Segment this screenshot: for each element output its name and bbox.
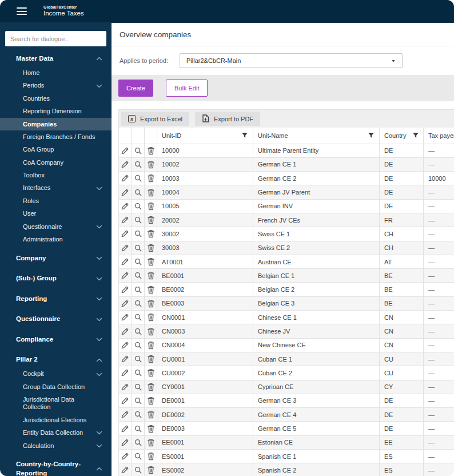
sidebar-item-group-data-collection[interactable]: Group Data Collection: [0, 380, 111, 393]
edit-button[interactable]: [121, 243, 129, 252]
edit-button[interactable]: [121, 187, 129, 197]
sidebar-section-compliance[interactable]: Compliance: [0, 331, 111, 348]
delete-button[interactable]: [147, 409, 155, 419]
edit-button[interactable]: [121, 298, 129, 308]
edit-button[interactable]: [121, 270, 129, 280]
delete-button[interactable]: [147, 451, 155, 461]
edit-button[interactable]: [121, 284, 129, 294]
delete-button[interactable]: [147, 382, 155, 391]
sidebar-item-reporting-dimension[interactable]: Reporting Dimension: [0, 105, 111, 118]
view-button[interactable]: [134, 284, 142, 294]
view-button[interactable]: [134, 173, 142, 183]
delete-button[interactable]: [147, 437, 155, 447]
edit-button[interactable]: [121, 145, 129, 155]
sidebar-section-questionnaire[interactable]: Questionnaire: [0, 311, 111, 327]
sidebar-item-administration[interactable]: Administration: [0, 233, 111, 245]
sidebar-item-coa-group[interactable]: CoA Group: [0, 144, 111, 156]
view-button[interactable]: [134, 367, 142, 377]
sidebar-item-entity-data-collection[interactable]: Entity Data Collection: [0, 427, 111, 439]
delete-button[interactable]: [147, 201, 155, 211]
edit-button[interactable]: [121, 159, 129, 169]
delete-button[interactable]: [147, 215, 155, 224]
delete-button[interactable]: [147, 270, 155, 280]
sidebar-item-user[interactable]: User: [0, 208, 111, 220]
edit-button[interactable]: [121, 354, 129, 363]
view-button[interactable]: [134, 201, 142, 211]
view-button[interactable]: [134, 437, 142, 447]
delete-button[interactable]: [147, 187, 155, 197]
edit-button[interactable]: [121, 173, 129, 183]
edit-button[interactable]: [121, 451, 129, 461]
view-button[interactable]: [134, 423, 142, 433]
sidebar-item-home[interactable]: Home: [0, 67, 111, 80]
delete-button[interactable]: [147, 159, 155, 169]
delete-button[interactable]: [147, 256, 155, 266]
filter-funnel-icon[interactable]: [241, 132, 248, 139]
sidebar-item-interfaces[interactable]: Interfaces: [0, 182, 111, 195]
view-button[interactable]: [134, 312, 142, 322]
sidebar-section-sub-group[interactable]: (Sub-) Group: [0, 270, 111, 287]
edit-button[interactable]: [121, 340, 129, 350]
view-button[interactable]: [134, 326, 142, 336]
view-button[interactable]: [134, 243, 142, 252]
edit-button[interactable]: [121, 326, 129, 336]
view-button[interactable]: [134, 395, 142, 405]
sidebar-item-coa-company[interactable]: CoA Company: [0, 156, 111, 169]
edit-button[interactable]: [121, 312, 129, 322]
delete-button[interactable]: [147, 340, 155, 350]
delete-button[interactable]: [147, 354, 155, 363]
sidebar-item-companies[interactable]: Companies: [0, 118, 111, 130]
sidebar-item-calculation[interactable]: Calculation: [0, 439, 111, 452]
delete-button[interactable]: [147, 423, 155, 433]
edit-button[interactable]: [121, 395, 129, 405]
edit-button[interactable]: [121, 409, 129, 419]
delete-button[interactable]: [147, 173, 155, 183]
sidebar-section-company[interactable]: Company: [0, 250, 111, 267]
sidebar-item-toolbox[interactable]: Toolbox: [0, 169, 111, 182]
period-select[interactable]: Pillar2&CbCR-Main ▼: [180, 53, 403, 68]
edit-button[interactable]: [121, 256, 129, 266]
view-button[interactable]: [134, 215, 142, 224]
sidebar-item-countries[interactable]: Countries: [0, 92, 111, 105]
filter-funnel-icon[interactable]: [368, 132, 375, 139]
bulk-edit-button[interactable]: Bulk Edit: [166, 80, 208, 97]
search-input[interactable]: [5, 31, 106, 46]
edit-button[interactable]: [121, 201, 129, 211]
view-button[interactable]: [134, 409, 142, 419]
delete-button[interactable]: [147, 312, 155, 322]
create-button[interactable]: Create: [118, 80, 153, 97]
sidebar-item-foreign-branches-fonds[interactable]: Foreign Branches / Fonds: [0, 130, 111, 143]
sidebar-item-cockpit[interactable]: Cockpit: [0, 368, 111, 380]
view-button[interactable]: [134, 298, 142, 308]
hamburger-icon[interactable]: [17, 7, 27, 15]
sidebar-item-roles[interactable]: Roles: [0, 195, 111, 207]
edit-button[interactable]: [121, 423, 129, 433]
view-button[interactable]: [134, 340, 142, 350]
delete-button[interactable]: [147, 465, 155, 474]
sidebar-item-periods[interactable]: Periods: [0, 80, 111, 92]
edit-button[interactable]: [121, 215, 129, 224]
sidebar-section-country-by-country-reporting[interactable]: Country-by-Country-Reporting: [0, 456, 111, 476]
sidebar-item-jurisdictional-elections[interactable]: Jurisdictional Elections: [0, 414, 111, 426]
view-button[interactable]: [134, 256, 142, 266]
sidebar-item-jurisdictional-data-collection[interactable]: Jurisdictional Data Collection: [0, 394, 111, 414]
sidebar-item-questionnaire[interactable]: Questionnaire: [0, 220, 111, 233]
edit-button[interactable]: [121, 382, 129, 391]
delete-button[interactable]: [147, 367, 155, 377]
delete-button[interactable]: [147, 395, 155, 405]
edit-button[interactable]: [121, 367, 129, 377]
delete-button[interactable]: [147, 228, 155, 238]
export-pdf-button[interactable]: Export to PDF: [195, 112, 260, 126]
view-button[interactable]: [134, 187, 142, 197]
view-button[interactable]: [134, 159, 142, 169]
delete-button[interactable]: [147, 243, 155, 252]
view-button[interactable]: [134, 451, 142, 461]
edit-button[interactable]: [121, 437, 129, 447]
delete-button[interactable]: [147, 284, 155, 294]
view-button[interactable]: [134, 382, 142, 391]
delete-button[interactable]: [147, 298, 155, 308]
delete-button[interactable]: [147, 145, 155, 155]
edit-button[interactable]: [121, 228, 129, 238]
sidebar-section-master-data[interactable]: Master Data: [0, 50, 111, 67]
view-button[interactable]: [134, 145, 142, 155]
